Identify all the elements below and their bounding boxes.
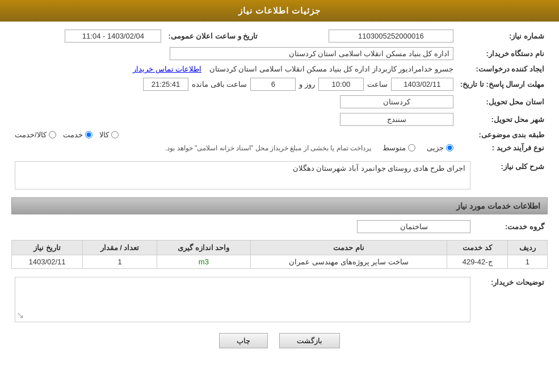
radio-kala-khadamat-item: کالا/خدمت (15, 130, 56, 139)
page-header: جزئیات اطلاعات نیاز (0, 0, 559, 22)
shomara-niaz-label: شماره نیاز: (457, 27, 548, 45)
radio-khadamat-input[interactable] (85, 131, 93, 138)
ostan-label: استان محل تحویل: (457, 93, 548, 111)
sharh-display: اجرای طرح هادی روستای جوانمرد آباد شهرست… (15, 161, 470, 189)
radio-khadamat-label: خدمت (63, 130, 83, 139)
shahr-cell: سنندج (11, 111, 457, 128)
gorohe-table: گروه خدمت: ساختمان (11, 218, 548, 235)
saat-label: ساعت (367, 80, 388, 88)
col-date: تاریخ نیاز (12, 241, 83, 255)
shomara-niaz-value: 1103005252000016 (261, 27, 457, 45)
ostan-box: کردستان (340, 95, 453, 108)
shahr-box: سنندج (340, 113, 453, 126)
mohlat-cell: 21:25:41 ساعت باقی مانده 6 روز و 10:00 س… (11, 75, 457, 93)
col-count: تعداد / مقدار (83, 241, 157, 255)
gorohe-box: ساختمان (357, 220, 470, 233)
shahr-label: شهر محل تحویل: (457, 111, 548, 128)
tabaqe-cell: کالا/خدمت خدمت کالا (11, 128, 457, 141)
radio-motaset-item: متوسط (383, 144, 415, 152)
radio-motaset-input[interactable] (408, 144, 415, 151)
tousif-table: توضیحات خریدار: ↘ (11, 275, 548, 324)
radio-jozii-item: جزیی (427, 144, 453, 152)
ijad-konande-label: ایجاد کننده درخواست: (457, 62, 548, 75)
cell-radif: 1 (507, 255, 547, 269)
gorohe-cell: ساختمان (11, 218, 474, 235)
main-info-table: شماره نیاز: 1103005252000016 تاریخ و ساع… (11, 27, 548, 154)
radio-kala-khadamat-input[interactable] (49, 131, 56, 138)
shomara-niaz-box: 1103005252000016 (329, 29, 453, 43)
khadamat-section-title: اطلاعات خدمات مورد نیاز (11, 197, 548, 214)
radio-kala-label: کالا (99, 130, 109, 139)
col-name: نام حدمت (250, 241, 447, 255)
table-row: 1 ج-42-429 ساخت سایر پروژه‌های مهندسی عم… (12, 255, 548, 269)
radio-khadamat-item: خدمت (63, 130, 93, 139)
cell-name: ساخت سایر پروژه‌های مهندسی عمران (250, 255, 447, 269)
mohlat-label: مهلت ارسال پاسخ: تا تاریخ: (457, 75, 548, 93)
saat-box: 10:00 (318, 78, 364, 91)
baqi-box: 21:25:41 (143, 78, 188, 91)
tarikh-label: تاریخ و ساعت اعلان عمومی: (165, 27, 261, 45)
tousif-box: ↘ (15, 277, 470, 322)
cell-unit: m3 (157, 255, 250, 269)
name-dastgah-label: نام دستگاه خریدار: (457, 45, 548, 62)
baqi-label: ساعت باقی مانده (192, 80, 247, 88)
date-box: 1403/02/11 (391, 78, 453, 91)
tousif-cell: ↘ (11, 275, 474, 324)
tarikh-box: 1403/02/04 - 11:04 (65, 29, 161, 43)
gorohe-label: گروه خدمت: (474, 218, 548, 235)
btn-chap[interactable]: چاپ (219, 333, 268, 348)
noe-faraind-cell: پرداخت تمام یا بخشی از مبلغ خریداز محل "… (11, 141, 457, 154)
sharh-table: شرح کلی نیاز: <span data-bind="fields.sh… (11, 159, 548, 192)
ostan-cell: کردستان (11, 93, 457, 111)
roz-label: روز و (299, 80, 315, 88)
cell-code: ج-42-429 (447, 255, 507, 269)
radio-jozii-label: جزیی (427, 144, 444, 152)
ijad-konande-cell: جسرو خدامرادیور کاربرداز اداره کل بنیاد … (11, 62, 457, 75)
sharh-label: شرح کلی نیاز: (474, 159, 548, 192)
buttons-row: بازگشت چاپ (11, 333, 548, 348)
cell-count: 1 (83, 255, 157, 269)
col-radif: ردیف (507, 241, 547, 255)
btn-bazgasht[interactable]: بازگشت (279, 333, 340, 348)
page-title: جزئیات اطلاعات نیاز (238, 6, 321, 15)
radio-jozii-input[interactable] (446, 144, 453, 151)
tousif-label: توضیحات خریدار: (474, 275, 548, 324)
radio-kala-item: کالا (99, 130, 119, 139)
name-dastgah-box: اداره کل بنیاد مسکن انقلاب اسلامی استان … (170, 47, 453, 60)
radio-kala-khadamat-label: کالا/خدمت (15, 130, 47, 139)
etelaat-tamas-link[interactable]: اطلاعات تماس خریدار (133, 65, 201, 73)
roz-box: 6 (250, 78, 296, 91)
radio-kala-input[interactable] (111, 131, 119, 138)
col-code: کد خدمت (447, 241, 507, 255)
noe-faraind-label: نوع فرآیند خرید : (457, 141, 548, 154)
tarikh-value-cell: 1403/02/04 - 11:04 (11, 27, 165, 45)
name-dastgah-cell: اداره کل بنیاد مسکن انقلاب اسلامی استان … (11, 45, 457, 62)
noe-faraind-description: پرداخت تمام یا بخشی از مبلغ خریداز محل "… (165, 144, 371, 152)
col-unit: واحد اندازه گیری (157, 241, 250, 255)
radio-motaset-label: متوسط (383, 144, 406, 152)
tabaqe-label: طبقه بندی موضوعی: (457, 128, 548, 141)
service-table: ردیف کد خدمت نام حدمت واحد اندازه گیری ت… (11, 240, 548, 269)
cell-date: 1403/02/11 (12, 255, 83, 269)
sharh-cell: <span data-bind="fields.sharh_value"></s… (11, 159, 474, 192)
